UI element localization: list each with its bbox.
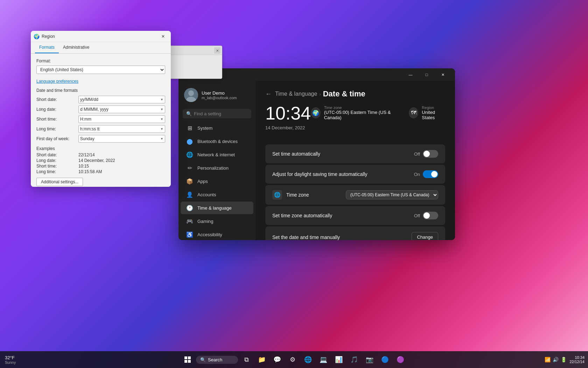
task-view-button[interactable]: ⧉ xyxy=(239,353,253,367)
minimize-button[interactable]: — xyxy=(402,69,419,80)
example-short-date-value: 22/12/14 xyxy=(78,152,95,157)
examples-title: Examples xyxy=(36,146,165,151)
sidebar-item-apps[interactable]: 📦 Apps xyxy=(181,175,253,188)
short-date-label: Short date: xyxy=(36,97,78,102)
example-short-time-value: 10:15 xyxy=(78,164,89,169)
example-long-time-value: 10:15:58 AM xyxy=(78,169,102,174)
region-info-label: Region xyxy=(422,105,445,110)
wifi-icon[interactable]: 📶 xyxy=(545,357,551,362)
manual-date-row: Set the date and time manually Change xyxy=(265,226,445,240)
timezone-info-label: Time zone xyxy=(324,105,398,110)
timezone-dropdown[interactable]: (UTC-05:00) Eastern Time (US & Canada) xyxy=(346,190,438,199)
window-controls: — □ ✕ xyxy=(402,69,451,80)
file-explorer-button[interactable]: 📁 xyxy=(255,353,269,367)
settings-taskbar-button[interactable]: ⚙ xyxy=(286,353,300,367)
chevron-down-icon-4: ▼ xyxy=(160,127,163,131)
daylight-toggle[interactable] xyxy=(423,170,438,178)
timezone-row: 🌐 Time zone (UTC-05:00) Eastern Time (US… xyxy=(265,185,445,205)
sidebar-label-network: Network & internet xyxy=(197,152,235,157)
mail-button[interactable]: 💬 xyxy=(270,353,284,367)
sidebar-item-time[interactable]: 🕐 Time & language xyxy=(181,202,253,214)
background-dialog-close[interactable]: ✕ xyxy=(214,47,220,54)
time-icon: 🕐 xyxy=(186,204,193,211)
app4-button[interactable]: 🔵 xyxy=(378,353,392,367)
long-time-value: h:mm:ss tt xyxy=(80,127,99,131)
language-preferences-link[interactable]: Language preferences xyxy=(36,79,165,84)
set-time-auto-row: Set time automatically Off xyxy=(265,144,445,163)
taskbar-clock[interactable]: 10:34 22/12/14 xyxy=(569,355,584,364)
find-setting-input[interactable] xyxy=(194,111,248,116)
sidebar-item-system[interactable]: ⊞ System xyxy=(181,122,253,134)
start-button[interactable] xyxy=(181,353,195,367)
sidebar-item-bluetooth[interactable]: ⬤ Bluetooth & devices xyxy=(181,135,253,148)
region-info-value: United States xyxy=(422,110,445,120)
daylight-saving-row: Adjust for daylight saving time automati… xyxy=(265,165,445,184)
back-arrow[interactable]: ← xyxy=(265,90,272,98)
format-select-row: English (United States) xyxy=(36,66,165,74)
format-select[interactable]: English (United States) xyxy=(36,66,165,74)
short-time-select[interactable]: H:mm ▼ xyxy=(78,115,165,123)
sidebar-item-gaming[interactable]: 🎮 Gaming xyxy=(181,215,253,227)
app2-button[interactable]: 🎵 xyxy=(347,353,361,367)
long-date-select[interactable]: d MMMM, yyyy ▼ xyxy=(78,105,165,113)
user-section[interactable]: User Demo m_lab@outlook.com xyxy=(178,84,255,106)
browser-button[interactable]: 🌐 xyxy=(301,353,315,367)
additional-settings-button[interactable]: Additional settings... xyxy=(36,178,83,186)
app1-button[interactable]: 📊 xyxy=(332,353,346,367)
tab-administrative[interactable]: Administrative xyxy=(59,42,93,53)
examples-section: Examples Short date: 22/12/14 Long date:… xyxy=(36,146,165,174)
sidebar-item-accounts[interactable]: 👤 Accounts xyxy=(181,188,253,201)
timezone-info-value: (UTC-05:00) Eastern Time (US & Canada) xyxy=(324,110,398,120)
short-date-value: yy/MM/dd xyxy=(80,97,98,102)
sidebar-item-accessibility[interactable]: ♿ Accessibility xyxy=(181,228,253,240)
network-icon: 🌐 xyxy=(186,151,193,158)
battery-icon[interactable]: 🔋 xyxy=(561,357,567,362)
example-short-time: Short time: 10:15 xyxy=(36,164,165,169)
example-short-date: Short date: 22/12/14 xyxy=(36,152,165,157)
taskbar: 32°F Sunny 🔍 Search ⧉ 📁 💬 ⚙ 🌐 💻 📊 🎵 📷 xyxy=(0,351,588,368)
app5-button[interactable]: 🟣 xyxy=(393,353,407,367)
set-time-auto-toggle-label: Off xyxy=(414,151,420,157)
search-icon: 🔍 xyxy=(186,111,192,116)
svg-rect-6 xyxy=(188,360,191,363)
long-time-select[interactable]: h:mm:ss tt ▼ xyxy=(78,125,165,133)
chevron-down-icon-3: ▼ xyxy=(160,117,163,121)
change-button[interactable]: Change xyxy=(412,232,438,240)
first-day-select[interactable]: Sunday ▼ xyxy=(78,135,165,143)
region-titlebar: 🌍 Region ✕ xyxy=(31,31,171,42)
close-button[interactable]: ✕ xyxy=(435,69,451,80)
breadcrumb-current: Date & time xyxy=(323,89,365,98)
format-section-title: Format: xyxy=(36,59,165,63)
set-timezone-toggle-knob xyxy=(424,212,430,219)
set-timezone-auto-label: Set time zone automatically xyxy=(272,213,414,218)
example-long-date-label: Long date: xyxy=(36,158,78,163)
maximize-button[interactable]: □ xyxy=(419,69,435,80)
set-timezone-toggle[interactable] xyxy=(423,212,438,219)
settings-window: ⚙ Settings — □ ✕ User Demo m_lab@outl xyxy=(178,68,455,240)
volume-icon[interactable]: 🔊 xyxy=(553,357,559,362)
long-time-row: Long time: h:mm:ss tt ▼ xyxy=(36,125,165,133)
tab-formats[interactable]: Formats xyxy=(35,42,59,53)
short-time-value: H:mm xyxy=(80,117,91,122)
long-date-row: Long date: d MMMM, yyyy ▼ xyxy=(36,105,165,113)
region-icon: 🗺 xyxy=(409,107,418,118)
sidebar-item-personalization[interactable]: ✏ Personalization xyxy=(181,162,253,174)
sidebar-label-personalization: Personalization xyxy=(197,165,229,171)
sidebar-item-network[interactable]: 🌐 Network & internet xyxy=(181,148,253,161)
short-date-select[interactable]: yy/MM/dd ▼ xyxy=(78,96,165,103)
sidebar-label-apps: Apps xyxy=(197,179,208,184)
find-setting-container: 🔍 xyxy=(183,109,251,118)
timezone-icon: 🌍 xyxy=(311,107,321,118)
app3-button[interactable]: 📷 xyxy=(363,353,377,367)
set-time-auto-label: Set time automatically xyxy=(272,151,414,157)
clock-time: 10:34 xyxy=(569,355,584,360)
region-content: Format: English (United States) Language… xyxy=(31,54,171,187)
region-close-button[interactable]: ✕ xyxy=(158,33,168,40)
weather-desc: Sunny xyxy=(5,360,16,364)
datetime-section-title: Date and time formats xyxy=(36,88,165,93)
system-tray-icons: 📶 🔊 🔋 xyxy=(545,357,567,362)
terminal-button[interactable]: 💻 xyxy=(316,353,330,367)
taskbar-search[interactable]: 🔍 Search xyxy=(196,356,238,364)
set-time-auto-toggle[interactable] xyxy=(423,150,438,158)
example-long-time: Long time: 10:15:58 AM xyxy=(36,169,165,174)
